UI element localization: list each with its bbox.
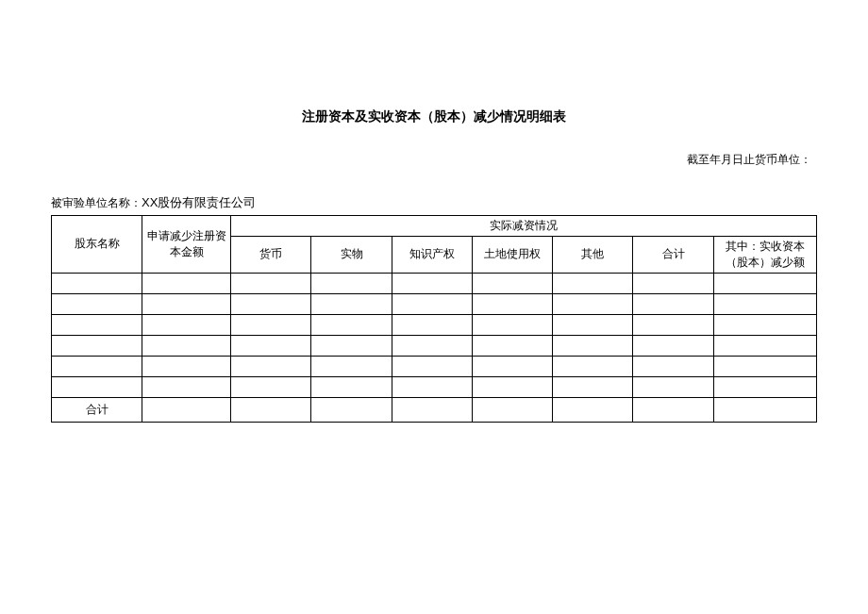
cell-ip [392, 314, 472, 335]
cell-paidin [713, 273, 816, 293]
cell-paidin [713, 376, 816, 397]
th-shareholder: 股东名称 [52, 216, 142, 274]
cell-name [52, 376, 142, 397]
total-physical [311, 397, 392, 422]
table-row [52, 335, 817, 356]
table-row [52, 314, 817, 335]
th-physical: 实物 [311, 237, 392, 274]
total-land [472, 397, 552, 422]
cell-paidin [713, 293, 816, 314]
cell-apply [142, 376, 231, 397]
table-total-row: 合计 [52, 397, 817, 422]
cell-ip [392, 293, 472, 314]
cell-name [52, 273, 142, 293]
cell-other [553, 376, 633, 397]
cell-land [472, 335, 552, 356]
cell-apply [142, 273, 231, 293]
cell-physical [311, 293, 392, 314]
reduction-table: 股东名称 申请减少注册资本金额 实际减资情况 货币 实物 知识产权 土地使用权 … [51, 215, 817, 423]
cell-ip [392, 273, 472, 293]
cell-ip [392, 356, 472, 376]
cell-apply [142, 314, 231, 335]
entity-label: 被审验单位名称： [51, 196, 142, 209]
total-apply [142, 397, 231, 422]
total-paidin [713, 397, 816, 422]
total-currency [231, 397, 311, 422]
cell-paidin [713, 356, 816, 376]
cell-paidin [713, 314, 816, 335]
cell-land [472, 356, 552, 376]
cell-currency [231, 273, 311, 293]
cell-ip [392, 376, 472, 397]
cell-total [633, 293, 713, 314]
cell-paidin [713, 335, 816, 356]
th-total: 合计 [633, 237, 713, 274]
cell-name [52, 335, 142, 356]
th-currency: 货币 [231, 237, 311, 274]
cell-currency [231, 376, 311, 397]
total-other [553, 397, 633, 422]
cell-currency [231, 314, 311, 335]
cell-other [553, 335, 633, 356]
document-title: 注册资本及实收资本（股本）减少情况明细表 [51, 108, 817, 125]
th-other: 其他 [553, 237, 633, 274]
cell-apply [142, 335, 231, 356]
cell-total [633, 356, 713, 376]
table-row [52, 376, 817, 397]
entity-value: XX股份有限责任公司 [142, 195, 256, 209]
cell-ip [392, 335, 472, 356]
total-ip [392, 397, 472, 422]
cell-physical [311, 356, 392, 376]
total-total [633, 397, 713, 422]
cell-other [553, 314, 633, 335]
cell-currency [231, 335, 311, 356]
cell-total [633, 335, 713, 356]
cell-total [633, 273, 713, 293]
cell-currency [231, 293, 311, 314]
th-paidin: 其中：实收资本（股本）减少额 [713, 237, 816, 274]
table-row [52, 293, 817, 314]
cell-land [472, 314, 552, 335]
cell-physical [311, 273, 392, 293]
cell-total [633, 314, 713, 335]
entity-row: 被审验单位名称：XX股份有限责任公司 [51, 194, 817, 211]
cell-physical [311, 335, 392, 356]
th-apply: 申请减少注册资本金额 [142, 216, 231, 274]
cell-land [472, 293, 552, 314]
th-ip: 知识产权 [392, 237, 472, 274]
cell-other [553, 293, 633, 314]
cell-physical [311, 314, 392, 335]
table-row [52, 356, 817, 376]
th-actual: 实际减资情况 [231, 216, 817, 237]
cell-land [472, 273, 552, 293]
subtitle-right: 截至年月日止货币单位： [51, 152, 817, 168]
cell-land [472, 376, 552, 397]
total-label: 合计 [52, 397, 142, 422]
cell-apply [142, 356, 231, 376]
cell-total [633, 376, 713, 397]
cell-name [52, 356, 142, 376]
cell-name [52, 314, 142, 335]
cell-currency [231, 356, 311, 376]
cell-other [553, 356, 633, 376]
cell-name [52, 293, 142, 314]
table-row [52, 273, 817, 293]
cell-physical [311, 376, 392, 397]
cell-apply [142, 293, 231, 314]
cell-other [553, 273, 633, 293]
th-land: 土地使用权 [472, 237, 552, 274]
